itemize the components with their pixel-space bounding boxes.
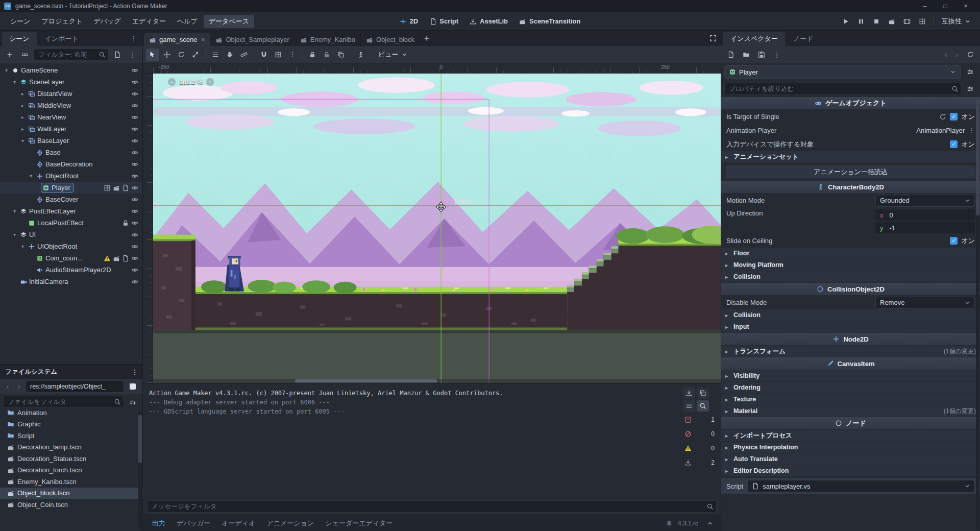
group-node-button[interactable] bbox=[334, 49, 348, 61]
inspector-scrollbar[interactable] bbox=[976, 98, 979, 530]
history-back-button[interactable]: ‹ bbox=[941, 49, 950, 60]
workspace-assetlib-button[interactable]: AssetLib bbox=[470, 17, 508, 25]
zoom-out-button[interactable]: − bbox=[167, 78, 176, 86]
file-row-decoration-torch[interactable]: Decoration_torch.tscn bbox=[0, 465, 142, 476]
group-texture[interactable]: ▸Texture bbox=[721, 394, 980, 405]
chevron-icon[interactable]: ▾ bbox=[11, 232, 18, 237]
tab-node[interactable]: ノード bbox=[786, 32, 821, 46]
workspace-2d-button[interactable]: 2D bbox=[400, 17, 419, 25]
chevron-icon[interactable]: ▸ bbox=[19, 126, 26, 132]
search-log-button[interactable] bbox=[697, 400, 709, 412]
tree-row-scenelayer[interactable]: ▾SceneLayer bbox=[0, 76, 142, 88]
file-row-object-coin[interactable]: Object_Coin.tscn bbox=[0, 499, 142, 511]
checkbox-checked[interactable]: ✓ bbox=[950, 113, 958, 120]
tree-row-posteffectlayer[interactable]: ▾PostEffectLayer bbox=[0, 205, 142, 217]
tab-scene[interactable]: シーン bbox=[2, 32, 37, 46]
menu-scene[interactable]: シーン bbox=[5, 15, 36, 28]
group-collision2[interactable]: ▸Collision bbox=[721, 309, 980, 321]
error-counter[interactable]: 1 bbox=[683, 413, 717, 426]
tree-row-basecover[interactable]: BaseCover bbox=[0, 194, 142, 205]
unlock-node-button[interactable] bbox=[320, 49, 333, 61]
tab-output[interactable]: 出力 bbox=[147, 517, 170, 530]
tab-shader-editor[interactable]: シェーダーエディター bbox=[320, 517, 398, 530]
visibility-icon[interactable] bbox=[131, 196, 138, 203]
workspace-scenetransition-button[interactable]: SceneTransition bbox=[519, 17, 580, 25]
group-ordering[interactable]: ▸Ordering bbox=[721, 382, 980, 394]
vector-x-field[interactable]: x0 bbox=[875, 209, 975, 221]
group-animation-set[interactable]: ▸アニメーションセット bbox=[721, 151, 980, 163]
tree-row-middleview[interactable]: ▸MiddleView bbox=[0, 100, 142, 111]
disable-mode-select[interactable]: Remove bbox=[875, 297, 975, 309]
visibility-icon[interactable] bbox=[131, 126, 138, 133]
select-tool-button[interactable] bbox=[146, 49, 159, 61]
new-tab-button[interactable] bbox=[420, 32, 433, 44]
history-forward-button[interactable]: › bbox=[952, 49, 962, 60]
collapse-panel-button[interactable] bbox=[703, 517, 717, 529]
menu-project[interactable]: プロジェクト bbox=[37, 15, 88, 28]
group-transform[interactable]: ▸トランスフォーム(1個の変更) bbox=[721, 346, 980, 357]
scrollbar-thumb[interactable] bbox=[295, 379, 437, 382]
edited-node-select[interactable]: Player bbox=[724, 65, 961, 79]
revert-icon[interactable] bbox=[939, 113, 946, 120]
category-game-object[interactable]: ゲームオブジェクト bbox=[721, 97, 980, 110]
collapse-log-button[interactable] bbox=[683, 400, 695, 412]
attach-script-button[interactable] bbox=[111, 49, 124, 61]
tree-row-localposteffect[interactable]: LocalPostEffect bbox=[0, 217, 142, 229]
file-row-object-block[interactable]: Object_block.tscn bbox=[0, 488, 142, 499]
group-floor[interactable]: ▸Floor bbox=[721, 248, 980, 259]
play-scene-button[interactable] bbox=[885, 15, 898, 28]
group-editor-description[interactable]: ▸Editor Description bbox=[721, 465, 980, 477]
group-input[interactable]: ▸Input bbox=[721, 321, 980, 333]
new-resource-button[interactable] bbox=[724, 49, 738, 61]
move-tool-button[interactable] bbox=[160, 49, 174, 61]
tree-row-baselayer[interactable]: ▾BaseLayer bbox=[0, 135, 142, 147]
tree-row-gamescene[interactable]: ▾GameScene bbox=[0, 64, 142, 76]
chevron-icon[interactable]: ▾ bbox=[3, 67, 10, 73]
file-filter-input[interactable] bbox=[3, 396, 124, 408]
zoom-in-button[interactable]: + bbox=[206, 78, 214, 86]
tab-animation[interactable]: アニメーション bbox=[261, 517, 319, 530]
pan-tool-button[interactable] bbox=[223, 49, 236, 61]
dock-menu-button[interactable]: ⋮ bbox=[127, 32, 140, 44]
filesystem-scrollbar[interactable] bbox=[138, 412, 142, 529]
motion-mode-select[interactable]: Grounded bbox=[875, 195, 975, 207]
category-node2d[interactable]: Node2D bbox=[721, 333, 980, 346]
tab-inspector[interactable]: インスペクター bbox=[723, 32, 785, 46]
checkbox-checked[interactable]: ✓ bbox=[950, 140, 958, 148]
maximize-button[interactable]: □ bbox=[935, 0, 955, 12]
tree-row-uiobjectroot[interactable]: ▾UIObjectRoot bbox=[0, 240, 142, 252]
save-resource-button[interactable] bbox=[755, 49, 768, 61]
sort-button[interactable] bbox=[126, 396, 139, 408]
visibility-icon[interactable] bbox=[131, 231, 138, 238]
group-material[interactable]: ▸Material(1個の変更) bbox=[721, 405, 980, 417]
tab-object-sampleplayer[interactable]: Object_Sampleplayer bbox=[210, 33, 295, 46]
visibility-icon[interactable] bbox=[131, 79, 138, 86]
group-visibility[interactable]: ▸Visibility bbox=[721, 370, 980, 382]
stop-button[interactable] bbox=[870, 15, 883, 28]
horizontal-scrollbar[interactable] bbox=[153, 379, 721, 383]
file-row-animation[interactable]: Animation bbox=[0, 407, 142, 419]
group-moving-platform[interactable]: ▸Moving Platform bbox=[721, 259, 980, 271]
visibility-icon[interactable] bbox=[131, 173, 138, 180]
tree-row-initialcamera[interactable]: InitialCamera bbox=[0, 276, 142, 287]
play-button[interactable] bbox=[839, 15, 852, 28]
bulk-load-button[interactable]: アニメーション一括読込 bbox=[725, 165, 976, 179]
property-menu-button[interactable]: ⋮ bbox=[968, 127, 975, 134]
tree-row-distantview[interactable]: ▸DistantView bbox=[0, 88, 142, 100]
visibility-icon[interactable] bbox=[131, 208, 138, 215]
file-row-decoration-lamp[interactable]: Decoration_lamp.tscn bbox=[0, 442, 142, 453]
chevron-icon[interactable]: ▾ bbox=[28, 173, 34, 179]
selected-node-player[interactable]: Player bbox=[41, 183, 73, 192]
tree-row-ui[interactable]: ▾UI bbox=[0, 229, 142, 240]
visibility-icon[interactable] bbox=[131, 90, 138, 98]
group-collision[interactable]: ▸Collision bbox=[721, 271, 980, 283]
grid-snap-button[interactable] bbox=[272, 49, 285, 61]
tab-audio[interactable]: オーディオ bbox=[216, 517, 260, 530]
snap-toggle-button[interactable] bbox=[257, 49, 271, 61]
file-row-graphic[interactable]: Graphic bbox=[0, 419, 142, 430]
tree-row-basedecoration[interactable]: BaseDecoration bbox=[0, 158, 142, 170]
instance-icon[interactable] bbox=[104, 184, 111, 191]
resource-menu-button[interactable]: ⋮ bbox=[770, 49, 783, 61]
save-log-button[interactable] bbox=[683, 388, 695, 399]
visibility-icon[interactable] bbox=[131, 114, 138, 121]
